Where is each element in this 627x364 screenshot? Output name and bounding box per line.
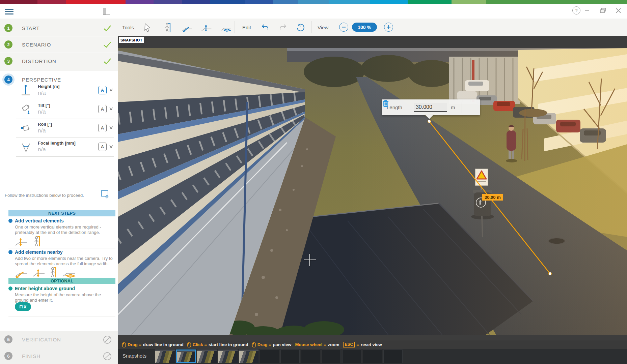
wizard-sidebar: 1 START 2 SCENARIO 3 DISTORTION 4 PERSPE… [0, 19, 118, 364]
expand-chevron-icon[interactable]: ∨ [109, 87, 113, 92]
length-input[interactable] [414, 103, 447, 112]
help-button[interactable]: ? [572, 6, 581, 15]
hamburger-menu-icon[interactable] [5, 9, 13, 14]
sidebar-item-scenario[interactable]: 2 SCENARIO [0, 36, 118, 53]
empty-slot [322, 350, 341, 363]
param-row-roll: Roll [°] n/a A↓ ∨ [16, 119, 114, 138]
mouse-drag-icon [122, 342, 126, 347]
toolbar-divider [235, 21, 235, 33]
scene-graphic [118, 48, 627, 335]
tilt-icon [21, 103, 31, 115]
cursor-tool[interactable] [142, 22, 153, 33]
param-value[interactable]: n/a [38, 127, 46, 134]
ground-line-tool-icon [182, 23, 193, 32]
zoom-out-button[interactable] [339, 23, 348, 32]
hint-start-line: Click =start line in ground [187, 342, 248, 347]
sidebar-item-finish[interactable]: 6 FINISH [0, 348, 118, 364]
ground-plane-tool[interactable] [220, 22, 231, 33]
vertical-element-tool[interactable] [201, 22, 212, 33]
sidebar-item-start[interactable]: 1 START [0, 20, 118, 36]
person-element-icon [34, 236, 41, 247]
next-step-body: Add two or more elements near the camera… [15, 256, 113, 267]
param-value[interactable]: n/a [38, 146, 46, 153]
snapshots-dropdown[interactable]: Snapshots ∨ [122, 353, 160, 359]
line-endpoint-end[interactable] [549, 272, 552, 275]
step-number: 4 [4, 75, 12, 84]
param-row-height: Height [m] n/a A↓ ∨ [16, 81, 114, 100]
step-label: SCENARIO [22, 42, 51, 48]
snapshot-photo[interactable]: Length m 30.00 m [118, 48, 627, 335]
optional-header: OPTIONAL [8, 278, 115, 284]
empty-slot [363, 350, 382, 363]
step-number: 5 [4, 335, 12, 343]
empty-slot [280, 350, 300, 363]
unit-label: m [451, 104, 455, 110]
instructions-icon[interactable] [101, 190, 109, 199]
divider [8, 248, 115, 248]
person-tool[interactable] [163, 22, 173, 33]
hint-pan-view: Drag =pan view [252, 342, 292, 347]
main-toolbar: Tools [118, 19, 627, 36]
expand-chevron-icon[interactable]: ∨ [109, 106, 113, 111]
measurement-length-badge: 30.00 m [482, 194, 503, 201]
expand-chevron-icon[interactable]: ∨ [109, 144, 113, 149]
next-steps-header: NEXT STEPS [8, 210, 115, 216]
restore-button[interactable] [599, 6, 607, 15]
auto-button[interactable]: A↓ [98, 105, 107, 113]
next-step-icons [15, 267, 76, 278]
hint-reset-view: ESC =reset view [343, 342, 382, 347]
close-button[interactable] [614, 6, 623, 15]
redo-button[interactable] [277, 22, 288, 33]
minimize-button[interactable] [583, 6, 592, 15]
empty-slot [301, 350, 320, 363]
empty-slot [260, 350, 279, 363]
snapshot-thumbnail[interactable] [239, 350, 258, 363]
param-label: Roll [°] [38, 122, 52, 127]
vertical-element-icon [15, 237, 28, 247]
snapshot-thumbnail[interactable] [197, 350, 217, 363]
snapshot-thumbnail[interactable] [218, 350, 238, 363]
reset-icon [296, 24, 304, 32]
param-value[interactable]: n/a [38, 90, 46, 96]
auto-button[interactable]: A↓ [98, 143, 107, 151]
auto-button[interactable]: A↓ [98, 124, 107, 132]
snapshot-label: SNAPSHOT [119, 37, 144, 43]
header-bar: ? [0, 4, 627, 19]
expand-chevron-icon[interactable]: ∨ [109, 125, 113, 130]
hint-draw-line: Drag =draw line in ground [122, 342, 184, 347]
hint-zoom: Mouse wheel =zoom [295, 342, 339, 347]
brand-supergraphic-stripe [0, 0, 627, 4]
zoom-in-button[interactable] [384, 23, 393, 32]
ground-line-tool[interactable] [182, 22, 193, 33]
step-check-icon [103, 57, 112, 66]
sidebar-item-distortion[interactable]: 3 DISTORTION [0, 53, 118, 69]
snapshots-bar: Snapshots ∨ [118, 349, 627, 364]
next-step-title: Add elements nearby [15, 249, 63, 255]
reset-button[interactable] [295, 22, 306, 33]
vertical-element-icon [32, 268, 45, 278]
param-label: Tilt [°] [38, 103, 50, 108]
minimize-icon [585, 8, 590, 13]
divider [462, 102, 462, 113]
mouse-click-icon [187, 342, 191, 347]
focal-length-icon [21, 141, 31, 153]
step-disabled-icon [103, 335, 112, 344]
next-step-title: Add vertical elements [15, 218, 64, 223]
snapshot-viewer[interactable]: SNAPSHOT [118, 36, 627, 340]
ground-line-icon [15, 268, 28, 278]
panel-toggle-icon[interactable] [103, 8, 110, 15]
restore-icon [600, 8, 606, 13]
empty-slot [342, 350, 361, 363]
fix-button[interactable]: FIX [15, 302, 31, 311]
line-endpoint-start[interactable] [428, 120, 431, 123]
minus-icon [342, 25, 346, 29]
measurement-tooltip: Length m [382, 99, 480, 115]
snapshot-thumbnail-selected[interactable] [176, 350, 196, 363]
param-value[interactable]: n/a [38, 109, 46, 115]
undo-button[interactable] [260, 22, 271, 33]
sidebar-item-verification[interactable]: 5 VERIFICATION [0, 331, 118, 347]
divider [8, 316, 115, 316]
zoom-level-badge[interactable]: 100 % [352, 23, 377, 32]
snapshot-thumbnail[interactable] [155, 350, 175, 363]
auto-button[interactable]: A↓ [98, 86, 107, 94]
